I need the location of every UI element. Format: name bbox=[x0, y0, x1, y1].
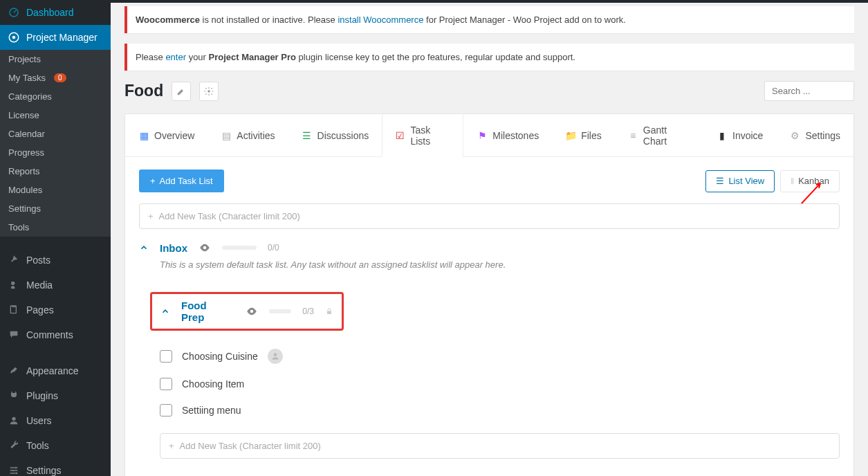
tab-milestones[interactable]: ⚑Milestones bbox=[463, 114, 552, 156]
tab-overview[interactable]: ▦Overview bbox=[125, 114, 207, 156]
sidebar-label: Dashboard bbox=[26, 7, 74, 18]
brush-icon bbox=[7, 364, 21, 378]
project-manager-icon bbox=[7, 30, 21, 44]
sidebar-item-users[interactable]: Users bbox=[0, 408, 111, 433]
sidebar-label: Project Manager bbox=[26, 32, 98, 43]
tab-files[interactable]: 📁Files bbox=[552, 114, 615, 156]
task-checkbox[interactable] bbox=[160, 404, 172, 416]
eye-icon bbox=[198, 241, 211, 254]
notice-license: Please enter your Project Manager Pro pl… bbox=[124, 44, 854, 71]
plus-icon: + bbox=[169, 441, 174, 451]
project-tabs: ▦Overview ▤Activities ☰Discussions ☑Task… bbox=[125, 114, 853, 157]
sidebar-item-my-tasks[interactable]: My Tasks0 bbox=[0, 68, 111, 87]
dashboard-icon bbox=[7, 6, 21, 19]
sidebar-item-modules[interactable]: Modules bbox=[0, 181, 111, 199]
progress-bar bbox=[269, 309, 291, 313]
sidebar-item-pm-tools[interactable]: Tools bbox=[0, 218, 111, 237]
sidebar-item-comments[interactable]: Comments bbox=[0, 322, 111, 347]
sidebar-item-calendar[interactable]: Calendar bbox=[0, 125, 111, 143]
task-title: Choosing Item bbox=[182, 378, 244, 390]
gear-icon: ⚙ bbox=[789, 130, 800, 141]
list-view-button[interactable]: ☰ List View bbox=[705, 170, 775, 192]
project-settings-button[interactable] bbox=[199, 82, 219, 101]
tab-settings[interactable]: ⚙Settings bbox=[776, 114, 853, 156]
overview-icon: ▦ bbox=[138, 130, 149, 141]
sidebar-item-progress[interactable]: Progress bbox=[0, 143, 111, 162]
sidebar-submenu: Projects My Tasks0 Categories License Ca… bbox=[0, 50, 111, 237]
sidebar-item-pm-settings[interactable]: Settings bbox=[0, 199, 111, 218]
tab-task-lists[interactable]: ☑Task Lists bbox=[382, 114, 463, 157]
list-icon: ☰ bbox=[716, 176, 724, 186]
sidebar-item-projects[interactable]: Projects bbox=[0, 50, 111, 68]
sidebar-item-categories[interactable]: Categories bbox=[0, 87, 111, 106]
task-checkbox[interactable] bbox=[160, 350, 172, 363]
tab-activities[interactable]: ▤Activities bbox=[207, 114, 288, 156]
sidebar-item-project-manager[interactable]: Project Manager bbox=[0, 25, 111, 50]
svg-point-9 bbox=[16, 473, 18, 475]
sidebar-item-appearance[interactable]: Appearance bbox=[0, 358, 111, 383]
link-enter-license[interactable]: enter bbox=[165, 52, 186, 62]
sidebar-item-plugins[interactable]: Plugins bbox=[0, 383, 111, 408]
svg-rect-5 bbox=[12, 306, 15, 307]
task-checkbox[interactable] bbox=[160, 378, 172, 390]
eye-icon bbox=[246, 305, 258, 318]
page-header: Food bbox=[124, 81, 854, 101]
plus-icon: + bbox=[150, 176, 156, 186]
edit-project-button[interactable] bbox=[172, 82, 191, 101]
sidebar-item-posts[interactable]: Posts bbox=[0, 248, 111, 273]
view-toggle: ☰ List View ⦀ Kanban bbox=[705, 170, 840, 192]
plug-icon bbox=[7, 389, 21, 403]
search-box bbox=[764, 81, 854, 101]
svg-point-2 bbox=[12, 36, 16, 39]
sidebar-item-settings[interactable]: Settings bbox=[0, 458, 111, 476]
plus-icon: + bbox=[148, 211, 154, 221]
list-toolbar: + Add Task List ☰ List View ⦀ Kanban bbox=[125, 157, 853, 199]
highlight-annotation: Food Prep 0/3 bbox=[150, 292, 344, 331]
add-task-input[interactable]: + Add New Task (Character limit 200) bbox=[139, 203, 840, 229]
sidebar-item-reports[interactable]: Reports bbox=[0, 162, 111, 181]
task-list-food-prep: Food Prep 0/3 bbox=[160, 300, 333, 323]
add-task-list-button[interactable]: + Add Task List bbox=[139, 170, 224, 192]
user-icon bbox=[7, 414, 21, 428]
svg-point-3 bbox=[11, 282, 15, 285]
badge: 0 bbox=[54, 73, 66, 82]
search-input[interactable] bbox=[764, 81, 854, 101]
activities-icon: ▤ bbox=[221, 130, 232, 141]
task-count: 0/3 bbox=[302, 306, 314, 316]
sidebar-item-dashboard[interactable]: Dashboard bbox=[0, 0, 111, 25]
invoice-icon: ▮ bbox=[717, 130, 728, 141]
add-task-input[interactable]: + Add New Task (Character limit 200) bbox=[160, 433, 840, 459]
tab-gantt[interactable]: ≡Gantt Chart bbox=[615, 114, 703, 156]
list-title[interactable]: Inbox bbox=[160, 242, 187, 254]
main-content: Woocommerce is not installed or inactive… bbox=[111, 0, 868, 476]
task-row[interactable]: Settiing menu bbox=[139, 397, 840, 423]
gantt-icon: ≡ bbox=[628, 130, 638, 141]
sliders-icon bbox=[7, 464, 21, 476]
kanban-icon: ⦀ bbox=[791, 176, 794, 187]
discussions-icon: ☰ bbox=[302, 130, 313, 141]
sidebar-item-tools[interactable]: Tools bbox=[0, 433, 111, 458]
pin-icon bbox=[7, 253, 21, 267]
link-install-woocommerce[interactable]: install Woocommerce bbox=[338, 15, 423, 25]
sidebar-item-license[interactable]: License bbox=[0, 106, 111, 125]
avatar bbox=[268, 349, 283, 364]
tab-discussions[interactable]: ☰Discussions bbox=[288, 114, 382, 156]
tab-invoice[interactable]: ▮Invoice bbox=[703, 114, 776, 156]
comment-icon bbox=[7, 328, 21, 342]
chevron-up-icon[interactable] bbox=[160, 306, 170, 316]
kanban-button[interactable]: ⦀ Kanban bbox=[780, 170, 840, 192]
sidebar-item-pages[interactable]: Pages bbox=[0, 298, 111, 322]
task-row[interactable]: Choosing Cuisine bbox=[139, 342, 840, 371]
sidebar-item-media[interactable]: Media bbox=[0, 273, 111, 298]
task-row[interactable]: Choosing Item bbox=[139, 371, 840, 397]
notice-woocommerce: Woocommerce is not installed or inactive… bbox=[124, 6, 854, 33]
chevron-up-icon[interactable] bbox=[139, 243, 149, 253]
task-title: Settiing menu bbox=[182, 405, 241, 416]
task-count: 0/0 bbox=[268, 243, 279, 253]
lock-icon bbox=[325, 307, 333, 315]
list-title[interactable]: Food Prep bbox=[181, 300, 214, 323]
task-list-inbox: Inbox 0/0 This is a system default task … bbox=[125, 233, 853, 278]
project-panel: ▦Overview ▤Activities ☰Discussions ☑Task… bbox=[124, 113, 854, 476]
admin-sidebar: Dashboard Project Manager Projects My Ta… bbox=[0, 0, 111, 476]
tasklists-icon: ☑ bbox=[395, 130, 405, 141]
